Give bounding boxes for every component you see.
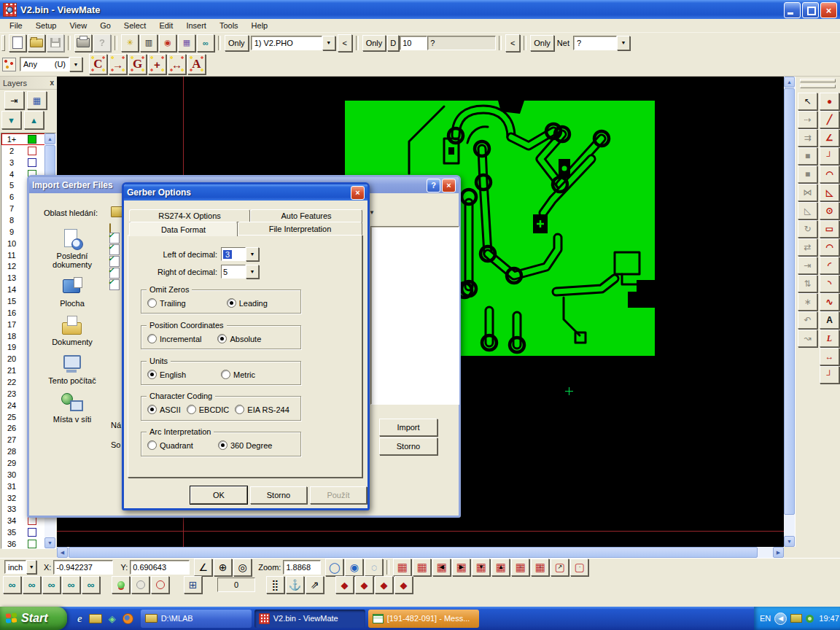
draw-tool-button[interactable]: ● [820,93,839,110]
grid-tool-button[interactable]: ▦ [393,559,411,576]
tab-auto-features[interactable]: Auto Features [250,209,362,222]
draw-tool-button[interactable]: ◜ [820,257,839,274]
gerber-dialog-close-button[interactable]: × [351,186,365,200]
layer-color-swatch[interactable] [28,158,36,167]
draw-tool-button[interactable]: ◠ [820,238,839,256]
edit-tool-button[interactable]: ⇅ [798,275,817,292]
angle-measure-button[interactable]: ∠ [194,559,212,576]
menu-item[interactable]: Help [245,20,275,31]
radio-ascii[interactable]: ASCII [147,405,181,414]
edit-tool-button[interactable]: ⋈ [798,184,817,201]
view-mode-button[interactable]: ∞ [42,576,61,594]
view-toggle-button[interactable]: ✳ [121,34,139,52]
horizontal-scroll-thumb[interactable] [69,547,758,558]
prev-net-button[interactable]: < [505,34,520,52]
menu-item[interactable]: Tools [213,20,245,31]
view-toggle-button[interactable]: ◉ [159,34,176,52]
radio-quadrant[interactable]: Quadrant [147,440,193,450]
import-dialog-close-button[interactable]: × [442,179,456,192]
menu-item[interactable]: Insert [179,20,213,31]
layer-move-down-button[interactable]: ▼ [1,111,21,129]
menu-item[interactable]: Edit [152,20,179,31]
highlight-mode-button[interactable] [112,576,130,594]
draw-tool-button[interactable]: ↔ [820,348,839,365]
view-mode-button[interactable]: ∞ [23,576,41,594]
edit-tool-button[interactable]: ⇄ [798,238,817,256]
pad-display-button[interactable]: ◆ [375,576,393,594]
grid-tool-button[interactable]: ▦ ◀ [432,559,451,576]
selected-files-list[interactable] [370,226,459,405]
layer-color-swatch[interactable] [28,528,36,537]
aperture-dots-icon[interactable] [2,58,16,71]
open-file-button[interactable] [28,34,45,52]
draw-tool-button[interactable]: ◺ [820,184,839,201]
layer-color-swatch[interactable] [28,516,36,525]
view-toggle-button[interactable]: ▥ [140,34,158,52]
place-item[interactable]: Tento počítač [39,353,106,385]
edit-tool-button[interactable]: ↻ [798,220,817,238]
vertical-scrollbar[interactable]: ▲ ▼ [784,77,795,547]
scroll-right-icon[interactable]: ▶ [773,547,784,558]
close-button[interactable]: × [820,2,837,18]
draw-tool-button[interactable]: ⊙ [820,202,839,219]
net-combo[interactable]: ? ▼ [573,36,630,50]
aperture-type-combo[interactable]: Any(U) ▼ [20,57,82,71]
radio-ebcdic[interactable]: EBCDIC [187,405,230,414]
layer-color-swatch[interactable] [28,135,36,144]
ok-button[interactable]: OK [190,486,247,504]
grid-tool-button[interactable]: ▢ ∙ [570,559,588,576]
language-indicator[interactable]: EN [760,614,771,623]
radio-incremental[interactable]: Incremental [147,334,201,343]
place-item[interactable]: Dokumenty [39,314,106,346]
pad-display-button[interactable]: ◆ [335,576,354,594]
only-dcode-button[interactable]: Only [362,35,386,51]
dcode-filter-field[interactable]: ? [427,36,496,50]
edit-tool-button[interactable]: ↝ [798,330,817,347]
dialog-help-button[interactable]: ? [427,179,440,192]
layer-color-swatch[interactable] [28,147,36,155]
combo-arrow-icon[interactable]: ▼ [322,36,335,50]
unit-combo[interactable]: inch ▼ [4,560,36,574]
layer-move-up-button[interactable]: ▲ [24,111,44,129]
grid-tool-button[interactable]: ▦ [413,559,431,576]
taskbar-task-button[interactable]: [191-482-091] - Mess... [368,610,479,628]
draw-tool-button[interactable]: L [820,330,839,347]
vertical-scroll-thumb[interactable] [784,88,795,515]
scroll-left-icon[interactable]: ◀ [57,547,68,558]
radio-trailing[interactable]: Trailing [147,298,186,308]
radio-leading[interactable]: Leading [227,298,268,308]
layers-scroll-down-icon[interactable]: ▼ [44,537,55,548]
import-cancel-button[interactable]: Storno [379,438,438,455]
toolbar-grip[interactable] [1,35,5,51]
draw-tool-button[interactable]: ◝ [820,275,839,292]
grid-tool-button[interactable]: ▦ ▲ [491,559,510,576]
save-file-button[interactable] [47,34,64,52]
layer-color-swatch[interactable] [28,540,36,548]
cancel-button[interactable]: Storno [250,486,307,504]
draw-tool-button[interactable]: ∠ [820,129,839,147]
horizontal-scrollbar[interactable]: ◀ ▶ [57,547,784,558]
ie-icon[interactable]: e [77,612,82,625]
tab-rs274x[interactable]: RS274-X Options [129,209,250,222]
tab-file-interpretation[interactable]: File Interpretation [238,222,362,236]
gerber-file-icon[interactable]: ✓ [109,268,120,279]
edit-tool-button[interactable]: ■ [798,166,817,183]
draw-tool-button[interactable]: ◠ [820,166,839,183]
pad-display-button[interactable]: ◆ [394,576,413,594]
menu-item[interactable]: View [63,20,93,31]
view-toggle-button[interactable]: ∞ [197,34,214,52]
layers-scroll-up-icon[interactable]: ▲ [44,133,55,144]
gerber-file-icon[interactable]: ✓ [109,279,120,290]
import-button[interactable]: Import [379,419,438,436]
menu-item[interactable]: Setup [29,20,63,31]
menu-item[interactable]: Select [117,20,153,31]
grid-tool-button[interactable]: ▦ ▼ [472,559,490,576]
move-button[interactable]: ⇗ [306,576,324,594]
minimize-button[interactable] [784,2,801,18]
draw-tool-button[interactable]: ▭ [820,220,839,238]
place-item[interactable]: Poslední dokumenty [39,228,106,269]
taskbar-task-button[interactable]: V2.bin - ViewMate [254,610,365,628]
explorer-icon[interactable] [89,614,102,623]
anchor-button[interactable]: ⚓ [286,576,304,594]
edit-tool-button[interactable]: ⇥ [798,257,817,274]
